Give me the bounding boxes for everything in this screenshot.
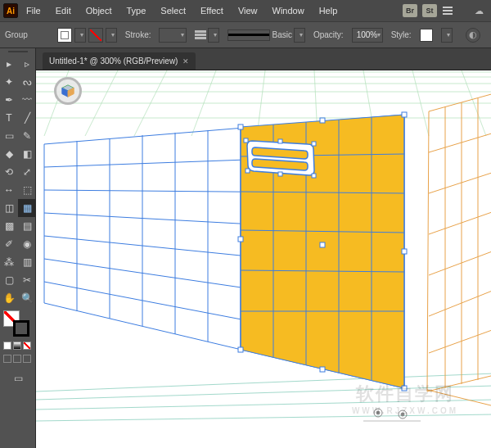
svg-line-26 [429, 290, 491, 316]
menu-view[interactable]: View [232, 2, 264, 20]
svg-rect-67 [312, 174, 316, 178]
svg-line-24 [429, 211, 491, 234]
bridge-icon[interactable]: Br [403, 4, 417, 17]
brush-preview[interactable] [227, 29, 270, 41]
recolor-icon[interactable]: ◐ [466, 28, 480, 43]
close-icon[interactable]: ✕ [182, 57, 189, 66]
menu-help[interactable]: Help [313, 2, 345, 20]
mesh-tool[interactable]: ▩ [0, 217, 18, 235]
shape-builder-tool[interactable]: ◫ [0, 199, 18, 217]
menu-bar: Ai File Edit Object Type Select Effect V… [0, 0, 491, 21]
lasso-tool[interactable]: ᔓ [18, 73, 36, 91]
rotate-tool[interactable]: ⟲ [0, 163, 18, 181]
svg-rect-56 [238, 124, 243, 129]
eraser-tool[interactable]: ◧ [18, 145, 36, 163]
app-icon[interactable]: Ai [3, 3, 18, 18]
svg-rect-59 [402, 249, 407, 254]
shaper-tool[interactable]: ◆ [0, 145, 18, 163]
gradient-tool[interactable]: ▤ [18, 217, 36, 235]
stroke-label: Stroke: [125, 30, 151, 39]
menu-file[interactable]: File [20, 2, 47, 20]
opacity-dropdown[interactable]: 100% [352, 28, 383, 43]
svg-line-22 [429, 133, 491, 152]
stroke-profile-dropdown[interactable] [208, 28, 219, 43]
type-tool[interactable]: T [0, 109, 18, 127]
color-controls [0, 307, 35, 340]
arrange-docs-icon[interactable] [442, 7, 453, 15]
direct-selection-tool[interactable]: ▹ [18, 55, 36, 73]
document-tab[interactable]: Untitled-1* @ 300% (RGB/Preview) ✕ [43, 52, 196, 70]
svg-rect-58 [402, 112, 407, 117]
svg-rect-66 [312, 142, 316, 146]
control-bar: Group Stroke: Basic Opacity: 100% Style:… [0, 21, 491, 48]
curvature-tool[interactable]: 〰 [18, 91, 36, 109]
line-tool[interactable]: ╱ [18, 109, 36, 127]
svg-rect-63 [238, 237, 243, 242]
column-graph-tool[interactable]: ▥ [18, 253, 36, 271]
brush-label: Basic [272, 30, 291, 39]
stroke-profile-icon[interactable] [195, 28, 206, 43]
svg-line-27 [429, 329, 491, 353]
draw-behind[interactable] [13, 355, 21, 363]
stroke-color[interactable] [13, 320, 29, 337]
stroke-color-dropdown[interactable] [106, 28, 117, 43]
brush-dropdown[interactable] [294, 28, 305, 43]
fill-dropdown[interactable] [74, 28, 86, 43]
color-mode-solid[interactable] [3, 342, 11, 350]
menu-object[interactable]: Object [79, 2, 119, 20]
sync-icon[interactable]: ☁ [471, 4, 486, 17]
free-transform-tool[interactable]: ⬚ [18, 181, 36, 199]
zoom-tool[interactable]: 🔍 [18, 289, 36, 307]
width-tool[interactable]: ↔ [0, 181, 18, 199]
style-swatch[interactable] [420, 29, 433, 42]
menu-window[interactable]: Window [266, 2, 311, 20]
symbol-sprayer-tool[interactable]: ⁂ [0, 253, 18, 271]
panel-grip[interactable] [0, 48, 35, 55]
watermark: 软件自学网 WWW.RJZXW.COM [352, 382, 458, 415]
slice-tool[interactable]: ✂ [18, 271, 36, 289]
draw-inside[interactable] [23, 355, 31, 363]
hand-tool[interactable]: ✋ [0, 289, 18, 307]
blend-tool[interactable]: ◉ [18, 235, 36, 253]
menu-select[interactable]: Select [154, 2, 192, 20]
screen-mode-button[interactable]: ▭ [0, 369, 36, 387]
canvas[interactable]: 软件自学网 WWW.RJZXW.COM [36, 70, 491, 448]
style-dropdown[interactable] [441, 28, 453, 43]
svg-rect-62 [238, 347, 243, 352]
color-mode-gradient[interactable] [13, 342, 21, 350]
svg-line-18 [36, 414, 491, 421]
svg-rect-61 [320, 367, 325, 372]
perspective-plane-widget[interactable] [54, 77, 82, 105]
draw-normal[interactable] [3, 355, 11, 363]
artboard-tool[interactable]: ▢ [0, 271, 18, 289]
magic-wand-tool[interactable]: ✦ [0, 73, 18, 91]
scale-tool[interactable]: ⤢ [18, 163, 36, 181]
svg-rect-69 [278, 139, 282, 143]
style-label: Style: [391, 30, 412, 39]
color-mode-none[interactable] [23, 342, 31, 350]
svg-rect-57 [320, 118, 325, 123]
stroke-swatch[interactable] [88, 28, 103, 43]
opacity-label: Opacity: [313, 30, 344, 39]
selection-tool[interactable]: ▸ [0, 55, 18, 73]
svg-rect-64 [320, 242, 325, 247]
rectangle-tool[interactable]: ▭ [0, 127, 18, 145]
menu-type[interactable]: Type [120, 2, 153, 20]
svg-rect-65 [244, 138, 248, 143]
menu-edit[interactable]: Edit [49, 2, 78, 20]
document-tab-bar: Untitled-1* @ 300% (RGB/Preview) ✕ [0, 48, 491, 70]
svg-rect-70 [278, 172, 282, 176]
svg-line-23 [429, 172, 491, 193]
svg-rect-68 [246, 169, 250, 173]
pen-tool[interactable]: ✒ [0, 91, 18, 109]
tab-title: Untitled-1* @ 300% (RGB/Preview) [49, 57, 178, 66]
stock-icon[interactable]: St [422, 4, 437, 17]
drawing-modes [0, 340, 35, 351]
menu-effect[interactable]: Effect [194, 2, 230, 20]
fill-swatch[interactable] [57, 28, 72, 43]
eyedropper-tool[interactable]: ✐ [0, 235, 18, 253]
svg-line-25 [429, 251, 491, 275]
paintbrush-tool[interactable]: ✎ [18, 127, 36, 145]
perspective-grid-tool[interactable]: ▦ [18, 199, 36, 217]
stroke-width-dropdown[interactable] [159, 28, 187, 43]
